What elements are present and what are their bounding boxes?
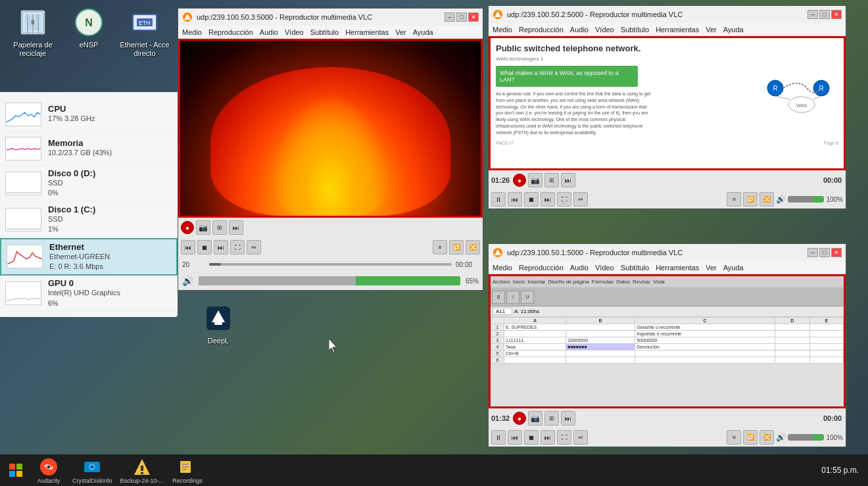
vlc2-menu-reprod[interactable]: Reproducción: [519, 26, 564, 34]
vlc3-vol-bar[interactable]: [788, 434, 824, 441]
vlc1-menu-ver[interactable]: Ver: [395, 28, 406, 36]
vlc3-step-btn[interactable]: ⏭: [561, 411, 575, 425]
vlc3-menu-ayuda[interactable]: Ayuda: [723, 264, 744, 272]
spreadsheet-menu-revisar: Revisar: [633, 279, 650, 285]
vlc2-menu-herramientas[interactable]: Herramientas: [656, 26, 699, 34]
sysmon-disk0[interactable]: Disco 0 (D:) SSD 0%: [0, 166, 178, 202]
vlc1-menu-ayuda[interactable]: Ayuda: [413, 28, 433, 36]
taskbar-backup[interactable]: Backup-24-10-...: [116, 455, 168, 485]
vlc3-aspect-btn[interactable]: ⊞: [544, 411, 559, 425]
vlc3-fullscreen-btn[interactable]: ⛶: [557, 430, 571, 445]
gpu-detail2: 6%: [48, 299, 172, 308]
vlc3-loop-btn[interactable]: 🔁: [743, 430, 758, 445]
vlc1-minimize-btn[interactable]: ─: [445, 12, 455, 22]
vlc1-loop-btn[interactable]: 🔁: [449, 240, 464, 255]
vlc1-aspect-btn[interactable]: ⊞: [212, 220, 227, 235]
vlc3-menu-ver[interactable]: Ver: [706, 264, 717, 272]
vlc1-menu-medio[interactable]: Medio: [182, 28, 202, 36]
vlc2-playlist-btn[interactable]: ≡: [727, 192, 741, 207]
vlc2-snapshot-btn[interactable]: 📷: [528, 173, 542, 187]
vlc1-close-btn[interactable]: ✕: [468, 12, 479, 22]
vlc1-menu-subtitulo[interactable]: Subtítulo: [310, 28, 339, 36]
desktop-icon-ensp[interactable]: N eNSP: [62, 7, 115, 49]
vlc1-fullscreen-btn[interactable]: ⛶: [230, 240, 245, 255]
sysmon-memory[interactable]: Memoria 10.2/23.7 GB (43%): [0, 132, 178, 166]
vlc1-menu-reprod[interactable]: Reproducción: [208, 28, 253, 36]
vlc3-record-btn[interactable]: ●: [513, 412, 526, 425]
vlc3-menu-medio[interactable]: Medio: [493, 264, 512, 272]
vlc3-play-btn[interactable]: ⏸: [491, 430, 506, 445]
vlc3-minimize-btn[interactable]: ─: [808, 248, 818, 257]
vlc1-seekbar[interactable]: 20 00:00: [178, 257, 483, 272]
vlc2-prev-btn[interactable]: ⏮: [508, 192, 522, 207]
vlc1-playlist-btn[interactable]: ≡: [433, 240, 447, 255]
vlc3-prev-btn[interactable]: ⏮: [508, 430, 522, 445]
vlc2-fullscreen-btn[interactable]: ⛶: [557, 192, 571, 207]
vlc3-menu-herramientas[interactable]: Herramientas: [656, 264, 699, 272]
vlc-window-1[interactable]: udp:/239.100.50.3:5000 - Reproductor mul…: [178, 8, 483, 291]
vlc3-next-btn[interactable]: ⏭: [541, 430, 555, 445]
vlc2-menu-subtitulo[interactable]: Subtítulo: [621, 26, 649, 34]
vlc3-maximize-btn[interactable]: □: [819, 248, 830, 257]
vlc2-aspect-btn[interactable]: ⊞: [544, 173, 559, 187]
vlc2-play-btn[interactable]: ⏸: [491, 192, 506, 207]
vlc1-menu-audio[interactable]: Audio: [260, 28, 278, 36]
desktop-icon-ethernet[interactable]: ETH Ethernet - Acce directo: [118, 7, 171, 58]
vlc3-snapshot-btn[interactable]: 📷: [528, 411, 542, 425]
vlc-window-3[interactable]: udp:/239.100.50.1:5000 - Reproductor mul…: [488, 243, 846, 447]
vlc2-menu-ver[interactable]: Ver: [706, 26, 717, 34]
vlc1-menu-video[interactable]: Vídeo: [285, 28, 304, 36]
sysmon-cpu[interactable]: CPU 17% 3.28 GHz: [0, 97, 178, 132]
vlc2-stretch-btn[interactable]: ⇔: [573, 192, 588, 207]
vlc1-snapshot-btn[interactable]: 📷: [196, 220, 210, 235]
vlc1-prev-btn[interactable]: ⏮: [181, 240, 195, 255]
recordings-taskbar-label: Recordings: [172, 477, 203, 484]
vlc1-track[interactable]: [209, 263, 452, 266]
ethernet-title: Ethernet: [49, 242, 171, 252]
vlc1-menu-herramientas[interactable]: Herramientas: [345, 28, 389, 36]
vlc2-next-btn[interactable]: ⏭: [541, 192, 555, 207]
vlc3-random-btn[interactable]: 🔀: [760, 430, 774, 445]
vlc3-menu-subtitulo[interactable]: Subtítulo: [621, 264, 649, 272]
vlc2-maximize-btn[interactable]: □: [819, 10, 830, 19]
vlc1-stop-btn[interactable]: ⏹: [197, 240, 212, 255]
desktop-icon-deepl[interactable]: DeepL: [192, 303, 245, 345]
vlc3-time-left: 01:32: [491, 414, 511, 422]
vlc2-menu-video[interactable]: Vídeo: [595, 26, 614, 34]
vlc2-loop-btn[interactable]: 🔁: [743, 192, 758, 207]
vlc2-stop-btn[interactable]: ⏹: [524, 192, 539, 207]
vlc2-step-btn[interactable]: ⏭: [561, 173, 575, 187]
taskbar-recordings[interactable]: Recordings: [168, 455, 207, 485]
start-button[interactable]: [3, 457, 29, 483]
vlc3-menu-audio[interactable]: Audio: [570, 264, 589, 272]
vlc2-menu-audio[interactable]: Audio: [570, 26, 589, 34]
vlc2-close-btn[interactable]: ✕: [831, 10, 842, 19]
vlc1-record-btn[interactable]: ●: [181, 221, 194, 234]
vlc1-next-btn[interactable]: ⏭: [214, 240, 228, 255]
taskbar-crystaldiskinfo[interactable]: CrystalDiskInfo: [68, 455, 116, 485]
vlc2-random-btn[interactable]: 🔀: [760, 192, 774, 207]
desktop-icon-recyclebin[interactable]: 🗑 Papelera de reciclaje: [7, 7, 59, 58]
vlc1-volume-bar[interactable]: [199, 276, 460, 285]
vlc2-minimize-btn[interactable]: ─: [808, 10, 818, 19]
sysmon-gpu[interactable]: GPU 0 Intel(R) UHD Graphics 6%: [0, 276, 178, 312]
vlc3-menu-reprod[interactable]: Reproducción: [519, 264, 564, 272]
vlc3-stop-btn[interactable]: ⏹: [524, 430, 539, 445]
vlc3-menu-video[interactable]: Vídeo: [595, 264, 614, 272]
sysmon-ethernet[interactable]: Ethernet Ethernet-UGREEN E: 0 R: 3.6 Mbp…: [0, 238, 178, 276]
vlc2-menu-medio[interactable]: Medio: [493, 26, 512, 34]
vlc1-random-btn[interactable]: 🔀: [466, 240, 480, 255]
vlc3-close-btn[interactable]: ✕: [831, 248, 842, 257]
vlc2-menu-ayuda[interactable]: Ayuda: [723, 26, 744, 34]
vlc3-stretch-btn[interactable]: ⇔: [573, 430, 588, 445]
vlc1-stretch-btn[interactable]: ⇔: [247, 240, 261, 255]
vlc3-playlist-btn[interactable]: ≡: [727, 430, 741, 445]
vlc2-record-btn[interactable]: ●: [513, 174, 526, 187]
vlc2-vol-bar[interactable]: [788, 196, 824, 203]
vlc-window-2[interactable]: udp:/239.100.50.2:5000 - Reproductor mul…: [488, 5, 846, 209]
vlc2-time-right: 00:00: [823, 176, 843, 184]
sysmon-disk1[interactable]: Disco 1 (C:) SSD 1%: [0, 202, 178, 238]
vlc1-step-btn[interactable]: ⏭: [229, 220, 243, 235]
taskbar-audacity[interactable]: Audacity: [29, 455, 68, 485]
vlc1-maximize-btn[interactable]: □: [456, 12, 467, 22]
